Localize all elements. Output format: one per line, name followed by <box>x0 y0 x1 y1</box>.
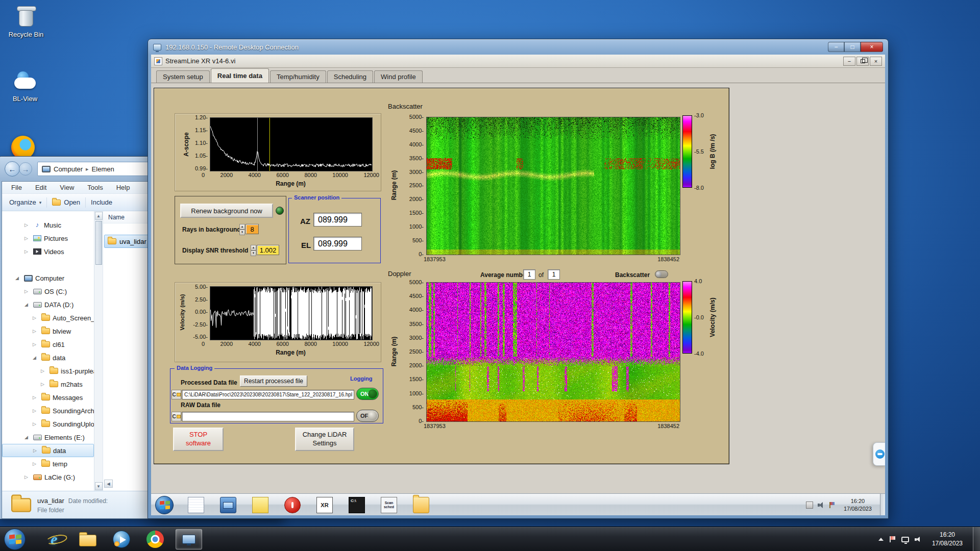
restart-processed-file-button[interactable]: Restart processed file <box>240 375 307 387</box>
backscatter-toggle[interactable] <box>655 270 668 278</box>
renew-background-button[interactable]: Renew background now <box>180 204 273 218</box>
expander-icon[interactable]: ▷ <box>33 315 39 320</box>
tab[interactable]: Scheduling <box>327 70 373 83</box>
show-desktop-button[interactable] <box>973 527 980 551</box>
tree-item[interactable]: ▷ Messages <box>2 391 94 404</box>
tree-item[interactable]: ▷ blview <box>2 324 94 338</box>
expander-icon[interactable]: ▷ <box>24 222 31 228</box>
increment-icon[interactable]: ▲ <box>239 224 245 230</box>
expander-icon[interactable]: ▷ <box>33 461 39 466</box>
breadcrumb-root[interactable]: Computer <box>54 165 83 173</box>
tree-item[interactable]: ▷ Auto_Screen_Ca <box>2 311 94 324</box>
decrement-icon[interactable]: ▼ <box>251 251 256 256</box>
remote-show-desktop-button[interactable] <box>880 494 885 515</box>
processed-path-browse-button[interactable]: C <box>172 390 181 399</box>
minimize-button[interactable]: − <box>828 42 844 52</box>
scroll-thumb[interactable] <box>95 221 102 265</box>
rays-spinner[interactable]: ▲▼ <box>239 224 245 234</box>
network-icon[interactable] <box>901 537 909 542</box>
remote-app-button[interactable] <box>220 497 236 513</box>
expander-icon[interactable]: ▷ <box>24 289 31 294</box>
expander-icon[interactable]: ▷ <box>24 236 31 241</box>
tab[interactable]: Real time data <box>211 68 269 83</box>
remote-app-button[interactable] <box>188 497 204 513</box>
expander-icon[interactable]: ▷ <box>24 249 31 254</box>
tab[interactable]: System setup <box>156 70 210 83</box>
tree-item[interactable]: ◢ Computer <box>2 271 94 285</box>
expander-icon[interactable]: ◢ <box>24 302 31 307</box>
stop-software-button[interactable]: STOPsoftware <box>173 428 224 451</box>
backscatter-heatmap[interactable] <box>426 117 680 255</box>
raw-logging-toggle[interactable]: OFF <box>356 410 379 422</box>
menu-item[interactable]: View <box>60 184 74 191</box>
tree-item[interactable]: ▷ cl61 <box>2 338 94 351</box>
snr-spinner[interactable]: ▲▼ <box>251 245 256 255</box>
tree-item[interactable]: ▷ SoundingArchiv <box>2 404 94 417</box>
doppler-heatmap[interactable] <box>426 282 680 422</box>
az-value[interactable]: 089.999 <box>313 213 362 227</box>
average-number-input[interactable]: 1 <box>523 269 535 280</box>
change-lidar-settings-button[interactable]: Change LiDARSettings <box>295 428 354 451</box>
tree-item[interactable]: ▷ Videos <box>2 245 94 258</box>
tree-scrollbar[interactable]: ▲ ▼ <box>94 211 103 491</box>
tree-item[interactable]: ▷ LaCie (G:) <box>2 470 94 484</box>
tab[interactable]: Temp/humidity <box>270 70 326 83</box>
tree-item[interactable]: ▷ temp <box>2 457 94 470</box>
expander-icon[interactable]: ▷ <box>41 368 47 373</box>
teamviewer-tab[interactable] <box>873 442 885 466</box>
expander-icon[interactable]: ▷ <box>33 448 39 453</box>
expander-icon[interactable]: ▷ <box>33 342 39 347</box>
tree-item[interactable]: ◢ Elements (E:) <box>2 431 94 444</box>
desktop-icon-recycle-bin[interactable]: Recycle Bin <box>4 5 48 38</box>
vi-close-button[interactable]: × <box>870 57 882 66</box>
include-button[interactable]: Include <box>91 198 112 206</box>
remote-app-button[interactable] <box>284 497 301 513</box>
volume-icon[interactable] <box>817 502 824 509</box>
tree-item[interactable]: ▷ m2hats <box>2 378 94 391</box>
ascope-plot[interactable] <box>210 117 373 171</box>
ie-taskbar-button[interactable]: e <box>44 529 64 549</box>
tree-item[interactable]: ▷ Music <box>2 218 94 232</box>
processed-logging-toggle[interactable]: ON <box>356 388 379 400</box>
expander-icon[interactable]: ▷ <box>33 395 39 400</box>
menu-item[interactable]: File <box>11 184 22 191</box>
tab[interactable]: Wind profile <box>374 70 423 83</box>
menu-item[interactable]: Help <box>116 184 130 191</box>
raw-path-field[interactable] <box>182 412 354 421</box>
expander-icon[interactable]: ◢ <box>24 435 31 440</box>
start-button[interactable] <box>4 529 26 550</box>
remote-start-button[interactable] <box>155 496 174 514</box>
open-button[interactable]: Open <box>52 198 80 206</box>
menu-item[interactable]: Edit <box>35 184 46 191</box>
tree-item[interactable]: ▷ SoundingUpload <box>2 417 94 431</box>
vi-minimize-button[interactable]: − <box>843 57 855 66</box>
of-number-input[interactable]: 1 <box>548 269 560 280</box>
forward-button[interactable]: → <box>19 162 32 176</box>
remote-app-button[interactable] <box>413 497 429 513</box>
raw-path-browse-button[interactable]: C <box>172 412 181 421</box>
remote-app-button[interactable]: XR <box>316 497 333 513</box>
tree-item[interactable]: ◢ data <box>2 351 94 364</box>
rays-value[interactable]: 8 <box>246 224 259 234</box>
tree-item[interactable]: ▷ OS (C:) <box>2 285 94 298</box>
expander-icon[interactable]: ▷ <box>24 474 31 480</box>
expander-icon[interactable]: ▷ <box>33 329 39 334</box>
menu-item[interactable]: Tools <box>87 184 103 191</box>
tree-item[interactable]: ▷ iss1-purpleair- <box>2 364 94 378</box>
rdp-titlebar[interactable]: 192.168.0.150 - Remote Desktop Connectio… <box>148 39 888 55</box>
clock[interactable]: 16:20 17/08/2023 <box>927 531 968 547</box>
expander-icon[interactable]: ◢ <box>15 276 21 281</box>
tree-item[interactable]: ◢ DATA (D:) <box>2 298 94 311</box>
tree-item[interactable]: ▷ Pictures <box>2 232 94 245</box>
snr-threshold-value[interactable]: 1.002 <box>257 245 279 255</box>
decrement-icon[interactable]: ▼ <box>239 230 245 235</box>
vi-restore-button[interactable] <box>856 57 869 66</box>
back-button[interactable]: ← <box>5 161 20 177</box>
processed-path-field[interactable]: C:\LiDAR\Data\Proc\2023\202308\20230817\… <box>182 390 354 399</box>
chrome-taskbar-button[interactable] <box>145 529 165 549</box>
remote-app-button[interactable]: Scan sched <box>381 497 397 513</box>
keyboard-layout-icon[interactable] <box>806 502 813 509</box>
expander-icon[interactable]: ▷ <box>33 421 39 427</box>
maximize-button[interactable]: □ <box>844 42 861 52</box>
vi-titlebar[interactable]: StreamLine XR v14-6.vi − × <box>151 55 885 68</box>
